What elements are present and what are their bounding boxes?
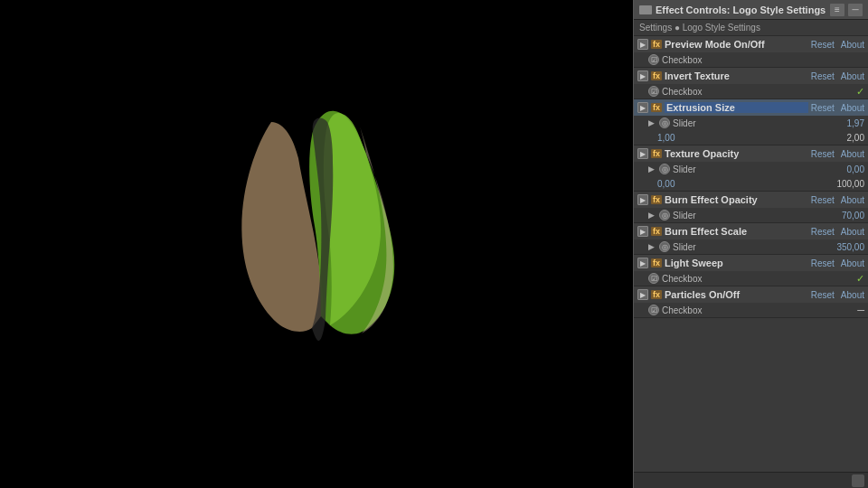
panel-menu-button[interactable]: ≡ — [830, 4, 844, 16]
effect-name-texture-opacity: Texture Opacity — [665, 148, 808, 159]
effects-list: ▶ fx Preview Mode On/Off Reset About ☑ C… — [634, 36, 868, 472]
slider-max-texture-opacity: 100,00 — [833, 179, 864, 189]
effect-reset-texture-opacity[interactable]: Reset — [811, 149, 835, 159]
effect-name-burn-effect-opacity: Burn Effect Opacity — [665, 194, 808, 205]
slider-value-burn-effect-scale[interactable]: 350,00 — [836, 242, 864, 252]
checkbox-icon-invert-texture: ☑ — [648, 86, 659, 97]
effect-name-invert-texture: Invert Texture — [665, 70, 808, 81]
slider-value-texture-opacity[interactable]: 0,00 — [847, 164, 864, 174]
effect-subrow-extrusion-size-0: ▶ ◎ Slider 1,97 — [634, 116, 868, 130]
effect-reset-extrusion-size[interactable]: Reset — [811, 103, 835, 113]
effect-about-preview-mode[interactable]: About — [841, 40, 864, 50]
slider-icon-texture-opacity: ◎ — [659, 164, 670, 174]
effect-about-light-sweep[interactable]: About — [841, 258, 864, 268]
viewport — [0, 0, 633, 488]
effect-about-burn-effect-opacity[interactable]: About — [841, 195, 864, 205]
effect-about-extrusion-size[interactable]: About — [841, 103, 864, 113]
effect-subrow-invert-texture-0: ☑ Checkbox ✓ — [634, 84, 868, 99]
effect-about-texture-opacity[interactable]: About — [841, 149, 864, 159]
panel-titlebar-controls: ≡ ─ — [830, 4, 863, 16]
effect-toggle-extrusion-size[interactable]: ▶ — [637, 102, 648, 113]
effect-subrow-burn-effect-scale-0: ▶ ◎ Slider 350,00 — [634, 239, 868, 254]
effect-header-invert-texture[interactable]: ▶ fx Invert Texture Reset About — [634, 68, 868, 84]
slider-value-extrusion-size[interactable]: 1,97 — [847, 118, 864, 128]
effect-row-burn-effect-scale: ▶ fx Burn Effect Scale Reset About ▶ ◎ S… — [634, 223, 868, 255]
effect-header-preview-mode[interactable]: ▶ fx Preview Mode On/Off Reset About — [634, 36, 868, 52]
slider-expand-extrusion-size[interactable]: ▶ — [648, 118, 655, 127]
effect-badge-light-sweep: fx — [651, 258, 662, 267]
effect-reset-invert-texture[interactable]: Reset — [811, 71, 835, 81]
slider-expand-texture-opacity[interactable]: ▶ — [648, 164, 655, 174]
checkbox-value-particles-onoff[interactable]: ─ — [857, 305, 864, 315]
effect-subrow-particles-onoff-0: ☑ Checkbox ─ — [634, 303, 868, 317]
effect-controls-panel: Effect Controls: Logo Style Settings ≡ ─… — [633, 0, 868, 488]
effect-name-extrusion-size: Extrusion Size — [665, 102, 808, 113]
effect-badge-burn-effect-opacity: fx — [651, 195, 662, 204]
effect-row-light-sweep: ▶ fx Light Sweep Reset About ☑ Checkbox … — [634, 255, 868, 286]
slider-max-extrusion-size: 2,00 — [833, 133, 864, 143]
checkbox-icon-light-sweep: ☑ — [648, 273, 659, 284]
effect-row-particles-onoff: ▶ fx Particles On/Off Reset About ☑ Chec… — [634, 286, 868, 318]
effect-about-burn-effect-scale[interactable]: About — [841, 227, 864, 237]
effect-header-burn-effect-scale[interactable]: ▶ fx Burn Effect Scale Reset About — [634, 223, 868, 239]
effect-name-light-sweep: Light Sweep — [665, 258, 808, 268]
checkbox-value-light-sweep[interactable]: ✓ — [856, 273, 864, 285]
effect-toggle-burn-effect-scale[interactable]: ▶ — [637, 226, 648, 237]
checkbox-icon-particles-onoff: ☑ — [648, 305, 659, 315]
slider-value-burn-effect-opacity[interactable]: 70,00 — [842, 211, 864, 221]
effect-toggle-light-sweep[interactable]: ▶ — [637, 258, 648, 268]
effect-about-particles-onoff[interactable]: About — [841, 290, 864, 300]
effect-header-texture-opacity[interactable]: ▶ fx Texture Opacity Reset About — [634, 145, 868, 162]
effect-subrow-preview-mode-0: ☑ Checkbox — [634, 52, 868, 67]
slider-label-burn-effect-scale: Slider — [673, 242, 709, 252]
slider-icon-burn-effect-opacity: ◎ — [659, 210, 670, 221]
effect-toggle-particles-onoff[interactable]: ▶ — [637, 289, 648, 300]
checkbox-icon-preview-mode: ☑ — [648, 54, 659, 65]
effect-name-particles-onoff: Particles On/Off — [665, 289, 808, 300]
checkbox-value-invert-texture[interactable]: ✓ — [856, 86, 864, 98]
effect-subrow-texture-opacity-1: 0,00 100,00 — [634, 176, 868, 191]
slider-expand-burn-effect-scale[interactable]: ▶ — [648, 242, 655, 251]
effect-row-invert-texture: ▶ fx Invert Texture Reset About ☑ Checkb… — [634, 68, 868, 99]
checkbox-label-light-sweep: Checkbox — [662, 274, 702, 284]
bottom-icon-1 — [852, 474, 864, 487]
bottom-bar — [634, 472, 868, 488]
effect-row-preview-mode: ▶ fx Preview Mode On/Off Reset About ☑ C… — [634, 36, 868, 68]
panel-icon — [639, 5, 652, 14]
panel-minimize-button[interactable]: ─ — [848, 4, 863, 16]
effect-reset-burn-effect-scale[interactable]: Reset — [811, 227, 835, 237]
effect-toggle-texture-opacity[interactable]: ▶ — [637, 148, 648, 159]
effect-badge-burn-effect-scale: fx — [651, 227, 662, 236]
effect-subrow-burn-effect-opacity-0: ▶ ◎ Slider 70,00 — [634, 208, 868, 222]
breadcrumb: Settings ● Logo Style Settings — [634, 20, 868, 36]
effect-reset-burn-effect-opacity[interactable]: Reset — [811, 195, 835, 205]
effect-header-burn-effect-opacity[interactable]: ▶ fx Burn Effect Opacity Reset About — [634, 192, 868, 208]
effect-subrow-extrusion-size-1: 1,00 2,00 — [634, 130, 868, 145]
panel-title: Effect Controls: Logo Style Settings — [656, 5, 826, 15]
effect-reset-preview-mode[interactable]: Reset — [811, 40, 835, 50]
slider-icon-extrusion-size: ◎ — [659, 117, 670, 128]
slider-min-texture-opacity[interactable]: 0,00 — [657, 179, 675, 189]
effect-header-light-sweep[interactable]: ▶ fx Light Sweep Reset About — [634, 255, 868, 271]
logo-3d — [199, 95, 434, 366]
effect-about-invert-texture[interactable]: About — [841, 71, 864, 81]
slider-expand-burn-effect-opacity[interactable]: ▶ — [648, 211, 655, 220]
effect-badge-preview-mode: fx — [651, 40, 662, 49]
effect-header-particles-onoff[interactable]: ▶ fx Particles On/Off Reset About — [634, 286, 868, 303]
panel-titlebar-left: Effect Controls: Logo Style Settings — [639, 5, 826, 15]
effect-name-preview-mode: Preview Mode On/Off — [665, 39, 808, 50]
effect-subrow-texture-opacity-0: ▶ ◎ Slider 0,00 — [634, 162, 868, 176]
effect-row-texture-opacity: ▶ fx Texture Opacity Reset About ▶ ◎ Sli… — [634, 145, 868, 192]
slider-label-extrusion-size: Slider — [673, 118, 709, 128]
effect-header-extrusion-size[interactable]: ▶ fx Extrusion Size Reset About — [634, 99, 868, 116]
effect-name-burn-effect-scale: Burn Effect Scale — [665, 226, 808, 237]
effect-toggle-preview-mode[interactable]: ▶ — [637, 39, 648, 50]
effect-toggle-invert-texture[interactable]: ▶ — [637, 70, 648, 81]
panel-titlebar: Effect Controls: Logo Style Settings ≡ ─ — [634, 0, 868, 20]
effect-reset-particles-onoff[interactable]: Reset — [811, 290, 835, 300]
checkbox-label-particles-onoff: Checkbox — [662, 305, 702, 315]
effect-reset-light-sweep[interactable]: Reset — [811, 258, 835, 268]
slider-min-extrusion-size[interactable]: 1,00 — [657, 133, 675, 143]
effect-toggle-burn-effect-opacity[interactable]: ▶ — [637, 194, 648, 205]
effect-badge-texture-opacity: fx — [651, 149, 662, 158]
